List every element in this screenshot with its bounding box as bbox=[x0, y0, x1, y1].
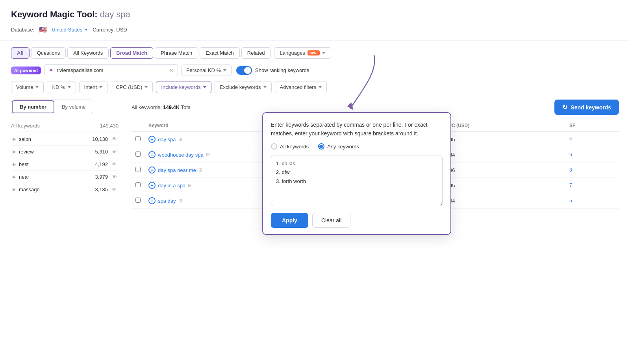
add-keyword-icon[interactable]: + bbox=[148, 136, 156, 143]
add-keyword-icon[interactable]: + bbox=[148, 197, 156, 204]
sidebar-item[interactable]: ▶ near 3,979 👁 bbox=[11, 171, 119, 183]
row-checkbox[interactable] bbox=[135, 136, 141, 141]
advanced-chevron-icon bbox=[319, 86, 322, 88]
keyword-link[interactable]: day spa bbox=[158, 137, 176, 142]
keyword-action-icon[interactable]: ⊞ bbox=[178, 198, 182, 203]
col-sf: SF bbox=[565, 120, 619, 132]
kd-filter-chevron-icon bbox=[68, 86, 71, 88]
filter-advanced[interactable]: Advanced filters bbox=[275, 81, 327, 93]
col-checkbox bbox=[132, 120, 145, 132]
languages-chevron-icon bbox=[322, 52, 325, 54]
clear-domain-icon[interactable]: ✕ bbox=[169, 67, 174, 74]
add-keyword-icon[interactable]: + bbox=[148, 151, 156, 158]
domain-input[interactable] bbox=[57, 67, 166, 73]
exclude-chevron-icon bbox=[263, 86, 267, 88]
sparkle-icon: ✦ bbox=[48, 67, 54, 74]
radio-any-keywords[interactable]: Any keywords bbox=[318, 143, 359, 150]
intent-chevron-icon bbox=[99, 86, 102, 88]
expand-arrow-icon: ▶ bbox=[13, 174, 16, 179]
by-volume-btn[interactable]: By volume bbox=[55, 100, 93, 114]
tab-all-keywords[interactable]: All Keywords bbox=[67, 47, 109, 59]
keyword-action-icon[interactable]: ⊞ bbox=[188, 183, 192, 188]
filter-include-keywords[interactable]: Include keywords bbox=[156, 81, 211, 93]
ai-powered-tag: AI-powered bbox=[11, 67, 41, 74]
expand-arrow-icon: ▶ bbox=[13, 187, 16, 192]
clear-all-button[interactable]: Clear all bbox=[312, 213, 350, 228]
add-keyword-icon[interactable]: + bbox=[148, 166, 156, 174]
keyword-link[interactable]: day spa near me bbox=[158, 167, 196, 173]
keyword-action-icon[interactable]: ⊞ bbox=[178, 137, 182, 142]
keyword-link[interactable]: day in a spa bbox=[158, 183, 185, 188]
row-checkbox[interactable] bbox=[135, 182, 141, 187]
radio-circle-all bbox=[271, 143, 277, 150]
keyword-action-icon[interactable]: ⊞ bbox=[198, 167, 202, 173]
filter-intent[interactable]: Intent bbox=[79, 81, 108, 93]
include-chevron-icon bbox=[203, 86, 206, 88]
row-checkbox[interactable] bbox=[135, 152, 141, 157]
tab-languages[interactable]: Languages beta bbox=[274, 47, 331, 59]
send-keywords-button[interactable]: ↻ Send keywords bbox=[554, 100, 619, 115]
cpc-chevron-icon bbox=[145, 86, 148, 88]
sidebar-item[interactable]: ▶ salon 10,138 👁 bbox=[11, 133, 119, 146]
tab-questions[interactable]: Questions bbox=[31, 47, 66, 59]
col-cpc: CPC (USD) bbox=[441, 120, 565, 132]
database-chevron-icon bbox=[85, 29, 88, 31]
keyword-link[interactable]: woodhouse day spa bbox=[158, 152, 204, 158]
sf-value[interactable]: 3 bbox=[565, 163, 619, 178]
row-checkbox[interactable] bbox=[135, 198, 141, 203]
tab-phrase-match[interactable]: Phrase Match bbox=[155, 47, 198, 59]
sf-value[interactable]: 5 bbox=[565, 193, 619, 209]
expand-arrow-icon: ▶ bbox=[13, 137, 16, 142]
filter-kd[interactable]: KD % bbox=[47, 81, 76, 93]
keyword-link[interactable]: spa day bbox=[158, 198, 176, 204]
cpc-value: 0.95 bbox=[441, 178, 565, 193]
radio-all-keywords[interactable]: All keywords bbox=[271, 143, 309, 150]
sidebar-item[interactable]: ▶ best 4,192 👁 bbox=[11, 158, 119, 171]
eye-icon[interactable]: 👁 bbox=[112, 187, 117, 192]
sidebar-item[interactable]: ▶ massage 3,185 👁 bbox=[11, 183, 119, 196]
filter-exclude-keywords[interactable]: Exclude keywords bbox=[215, 81, 272, 93]
add-keyword-icon[interactable]: + bbox=[148, 182, 156, 189]
include-keywords-popup: Enter keywords separated by commas or on… bbox=[262, 112, 451, 235]
filter-dropdowns-row: Volume KD % Intent CPC (USD) Include key… bbox=[11, 81, 619, 93]
cpc-value: 0.96 bbox=[441, 163, 565, 178]
keywords-textarea[interactable]: 1. dallas 2. dfw 3. forth worth bbox=[271, 155, 443, 206]
filter-cpc[interactable]: CPC (USD) bbox=[111, 81, 153, 93]
eye-icon[interactable]: 👁 bbox=[112, 149, 117, 155]
radio-row: All keywords Any keywords bbox=[271, 143, 443, 150]
database-country-link[interactable]: United States bbox=[52, 27, 88, 33]
header-divider bbox=[0, 41, 630, 41]
sf-value[interactable]: 4 bbox=[565, 132, 619, 147]
sidebar-items-list: ▶ salon 10,138 👁 ▶ review 5,310 bbox=[11, 133, 119, 196]
popup-description: Enter keywords separated by commas or on… bbox=[271, 121, 443, 138]
keyword-action-icon[interactable]: ⊞ bbox=[206, 152, 210, 157]
show-ranking-toggle[interactable] bbox=[236, 66, 252, 75]
sidebar-item[interactable]: ▶ review 5,310 👁 bbox=[11, 146, 119, 158]
popup-box: Enter keywords separated by commas or on… bbox=[262, 112, 451, 235]
tab-broad-match[interactable]: Broad Match bbox=[110, 47, 153, 59]
expand-arrow-icon: ▶ bbox=[13, 162, 16, 167]
eye-icon[interactable]: 👁 bbox=[112, 161, 117, 167]
us-flag-icon: 🇺🇸 bbox=[39, 26, 47, 33]
radio-inner-dot bbox=[319, 145, 323, 148]
kd-chevron-icon bbox=[223, 69, 226, 71]
database-row: Database: 🇺🇸 United States Currency: USD bbox=[11, 26, 619, 33]
apply-button[interactable]: Apply bbox=[271, 213, 308, 228]
show-ranking-toggle-wrap: Show ranking keywords bbox=[236, 66, 309, 75]
tabs-row: All Questions All Keywords Broad Match P… bbox=[11, 47, 619, 59]
filter-volume[interactable]: Volume bbox=[11, 81, 44, 93]
tab-exact-match[interactable]: Exact Match bbox=[200, 47, 240, 59]
kd-dropdown[interactable]: Personal KD % bbox=[181, 65, 232, 76]
row-checkbox[interactable] bbox=[135, 167, 141, 172]
sidebar-header: All keywords 149,430 bbox=[11, 120, 119, 131]
eye-icon[interactable]: 👁 bbox=[112, 136, 117, 142]
by-number-btn[interactable]: By number bbox=[12, 100, 54, 113]
sf-value[interactable]: 6 bbox=[565, 147, 619, 163]
tab-related[interactable]: Related bbox=[241, 47, 271, 59]
sf-value[interactable]: 7 bbox=[565, 178, 619, 193]
eye-icon[interactable]: 👁 bbox=[112, 174, 117, 180]
page-title: Keyword Magic Tool: day spa bbox=[11, 9, 130, 20]
toggle-knob bbox=[244, 67, 251, 74]
tab-all[interactable]: All bbox=[11, 47, 30, 59]
cpc-value: 0.34 bbox=[441, 147, 565, 163]
